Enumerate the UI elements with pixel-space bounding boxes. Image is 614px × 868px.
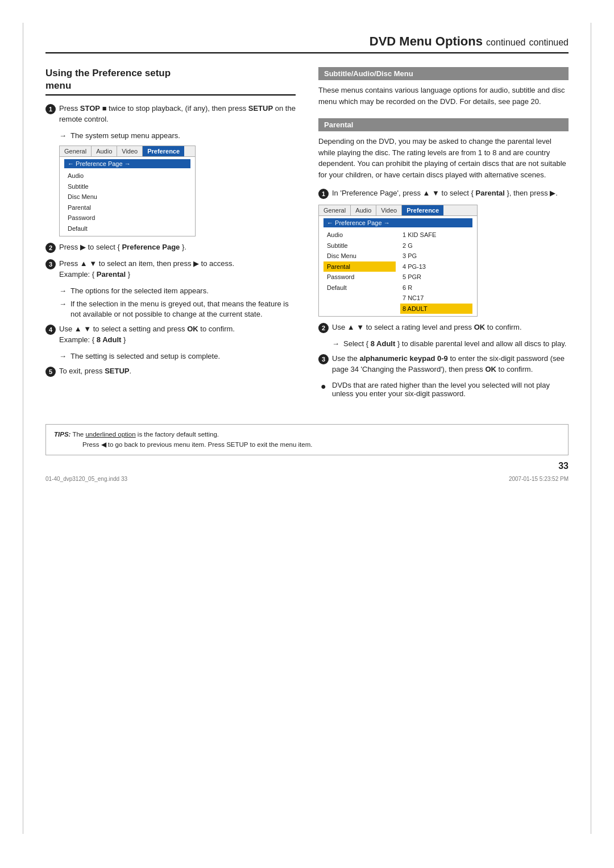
menu-item-audio: Audio: [64, 171, 190, 181]
menu-mockup-2: General Audio Video Preference ← Prefere…: [318, 205, 478, 317]
left-column: Using the Preference setup menu 1 Press …: [45, 67, 296, 383]
step-5: 5 To exit, press SETUP.: [45, 366, 296, 377]
parental-header: Parental: [318, 118, 569, 131]
m2-password: Password: [323, 272, 396, 283]
menu-item-parental: Parental: [64, 202, 190, 213]
parental-step-2-text: Use ▲ ▼ to select a rating level and pre…: [332, 322, 522, 333]
m2-subtitle: Subtitle: [323, 240, 396, 251]
menu-item-password: Password: [64, 213, 190, 223]
m2-parental: Parental: [323, 261, 396, 272]
subtitle-header: Subtitle/Audio/Disc Menu: [318, 67, 569, 80]
parental-step-3-text: Use the alphanumeric keypad 0-9 to enter…: [332, 354, 569, 375]
menu-content-2: Audio Subtitle Disc Menu Parental Passwo…: [323, 230, 472, 314]
menu-items-col: Audio Subtitle Disc Menu Parental Passwo…: [323, 230, 396, 314]
step-1: 1 Press STOP ■ twice to stop playback, (…: [45, 103, 296, 125]
step-1-text: Press STOP ■ twice to stop playback, (if…: [59, 103, 296, 125]
rating-7: 7 NC17: [400, 293, 472, 304]
m2-default: Default: [323, 283, 396, 293]
step-2: 2 Press ▶ to select { Preference Page }.: [45, 242, 296, 253]
footer-right: 2007-01-15 5:23:52 PM: [509, 476, 569, 482]
steps-list: 1 Press STOP ■ twice to stop playback, (…: [45, 103, 296, 141]
page-number: 33: [45, 461, 569, 471]
m2-discmenu: Disc Menu: [323, 251, 396, 261]
tab2-preference: Preference: [402, 205, 443, 215]
parental-step-1-text: In 'Preference Page', press ▲ ▼ to selec…: [332, 188, 558, 199]
menu-page-header-1: ← Preference Page →: [64, 159, 190, 168]
page-title: DVD Menu Options continued continued: [45, 34, 569, 53]
m2-audio: Audio: [323, 230, 396, 240]
rating-8: 8 ADULT: [400, 304, 472, 314]
rating-5: 5 PGR: [400, 272, 472, 283]
menu-body-1: ← Preference Page → Audio Subtitle Disc …: [60, 157, 195, 236]
tips-box: TIPS: The underlined option is the facto…: [45, 424, 569, 455]
step-5-number: 5: [45, 367, 56, 377]
step-3-arrow-2: → If the selection in the menu is greyed…: [59, 299, 296, 319]
parental-step-3-number: 3: [318, 354, 329, 364]
parental-step-2-number: 2: [318, 323, 329, 333]
right-column: Subtitle/Audio/Disc Menu These menus con…: [318, 67, 569, 401]
right-border: [591, 23, 591, 834]
parental-step-2-arrow: → Select { 8 Adult } to disable parental…: [332, 339, 569, 349]
tips-line2: Press ◀ to go back to previous menu item…: [82, 441, 312, 448]
menu-item-subtitle: Subtitle: [64, 181, 190, 192]
rating-2: 2 G: [400, 240, 472, 251]
tips-line1: The underlined option is the factory def…: [72, 431, 219, 438]
parental-step-3: 3 Use the alphanumeric keypad 0-9 to ent…: [318, 354, 569, 375]
section-heading: Using the Preference setup menu: [45, 67, 296, 95]
footer: 01-40_dvp3120_05_eng.indd 33 2007-01-15 …: [45, 476, 569, 482]
step-4-text: Use ▲ ▼ to select a setting and press OK…: [59, 324, 235, 346]
step-1-arrow: → The system setup menu appears.: [59, 131, 296, 141]
step-3-arrow-1: → The options for the selected item appe…: [59, 286, 296, 296]
tab2-audio: Audio: [351, 205, 376, 215]
menu-tabs-2: General Audio Video Preference: [319, 205, 477, 216]
tab-general: General: [60, 146, 92, 156]
tab2-video: Video: [376, 205, 402, 215]
parental-text: Depending on the DVD, you may be asked t…: [318, 136, 569, 180]
menu-ratings-col: 1 KID SAFE 2 G 3 PG 4 PG-13 5 PGR 6 R 7 …: [400, 230, 472, 314]
menu-item-discmenu: Disc Menu: [64, 192, 190, 202]
rating-6: 6 R: [400, 283, 472, 293]
tab-preference: Preference: [143, 146, 184, 156]
step-4-number: 4: [45, 325, 56, 335]
step-2-text: Press ▶ to select { Preference Page }.: [59, 242, 186, 253]
tab-video: Video: [117, 146, 143, 156]
step-3-text: Press ▲ ▼ to select an item, then press …: [59, 259, 234, 280]
parental-step-1-number: 1: [318, 189, 329, 199]
parental-step-2-arrow-text: Select { 8 Adult } to disable parental l…: [343, 339, 566, 349]
step-4-arrow: → The setting is selected and setup is c…: [59, 351, 296, 362]
menu-mockup-1: General Audio Video Preference ← Prefere…: [59, 146, 196, 236]
menu-body-2: ← Preference Page → Audio Subtitle Disc …: [319, 216, 477, 316]
menu-tabs-1: General Audio Video Preference: [60, 146, 195, 157]
step-5-text: To exit, press SETUP.: [59, 366, 131, 377]
tab-audio: Audio: [92, 146, 117, 156]
rating-1: 1 KID SAFE: [400, 230, 472, 240]
parental-bullet: ● DVDs that are rated higher than the le…: [321, 381, 569, 398]
step-1-number: 1: [45, 104, 56, 114]
subtitle-text: These menus contains various language op…: [318, 85, 569, 107]
left-border: [23, 23, 23, 834]
parental-bullet-text: DVDs that are rated higher than the leve…: [332, 381, 569, 398]
step-2-number: 2: [45, 243, 56, 253]
footer-left: 01-40_dvp3120_05_eng.indd 33: [45, 476, 127, 482]
rating-3: 3 PG: [400, 251, 472, 261]
parental-step-1: 1 In 'Preference Page', press ▲ ▼ to sel…: [318, 188, 569, 199]
step-3: 3 Press ▲ ▼ to select an item, then pres…: [45, 259, 296, 280]
menu-page-header-2: ← Preference Page →: [323, 218, 472, 227]
step-4: 4 Use ▲ ▼ to select a setting and press …: [45, 324, 296, 346]
parental-step-2: 2 Use ▲ ▼ to select a rating level and p…: [318, 322, 569, 333]
rating-4: 4 PG-13: [400, 261, 472, 272]
tab2-general: General: [319, 205, 351, 215]
menu-item-default: Default: [64, 223, 190, 234]
step-3-number: 3: [45, 259, 56, 269]
